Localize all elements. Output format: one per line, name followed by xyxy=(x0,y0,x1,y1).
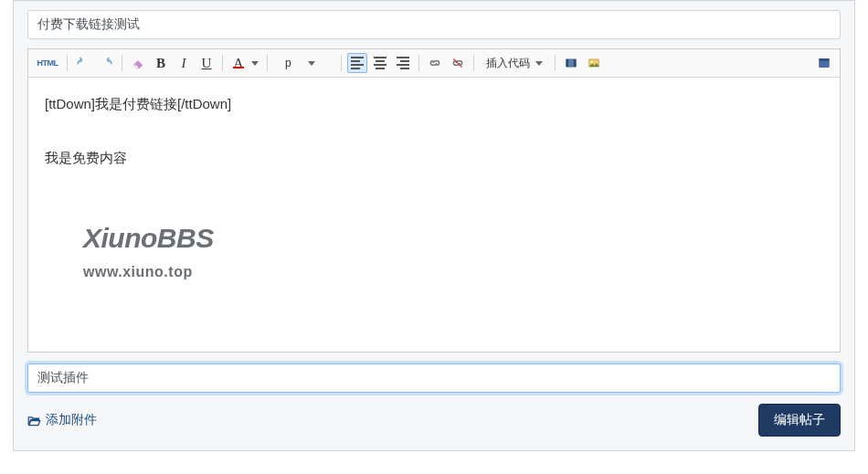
form-footer: 添加附件 编辑帖子 xyxy=(27,404,841,437)
chevron-down-icon xyxy=(535,61,543,66)
editor-content-area[interactable]: [ttDown]我是付费链接[/ttDown] 我是免费内容 XiunoBBS … xyxy=(28,78,840,352)
editor-blank-line xyxy=(45,120,823,143)
undo-button[interactable] xyxy=(73,53,93,73)
align-left-icon xyxy=(351,57,364,69)
fullscreen-icon xyxy=(818,57,831,69)
bold-button[interactable]: B xyxy=(151,53,171,73)
folder-open-icon xyxy=(27,415,41,427)
watermark-title: XiunoBBS xyxy=(83,215,214,261)
undo-icon xyxy=(77,57,90,69)
redo-button[interactable] xyxy=(96,53,116,73)
font-color-dropdown[interactable]: A xyxy=(228,53,261,73)
separator xyxy=(473,55,474,71)
post-edit-panel: HTML B I U A p xyxy=(13,0,855,451)
video-icon xyxy=(565,57,577,69)
italic-button[interactable]: I xyxy=(174,53,194,73)
underline-button[interactable]: U xyxy=(196,53,217,73)
rich-text-editor: HTML B I U A p xyxy=(27,48,841,353)
svg-rect-1 xyxy=(566,59,568,67)
insert-code-label: 插入代码 xyxy=(486,56,530,71)
redo-icon xyxy=(100,57,112,69)
editor-line: [ttDown]我是付费链接[/ttDown] xyxy=(45,92,823,116)
svg-rect-6 xyxy=(820,58,830,60)
align-center-button[interactable] xyxy=(370,53,390,73)
insert-code-select[interactable]: 插入代码 xyxy=(480,53,549,73)
font-color-caret[interactable] xyxy=(249,53,261,73)
source-html-button[interactable]: HTML xyxy=(34,53,61,73)
align-left-button[interactable] xyxy=(347,53,367,73)
unlink-icon xyxy=(451,57,464,69)
editor-toolbar: HTML B I U A p xyxy=(28,49,840,78)
submit-edit-button[interactable]: 编辑帖子 xyxy=(758,404,841,437)
title-row xyxy=(27,10,841,39)
add-attachment-link[interactable]: 添加附件 xyxy=(27,412,97,428)
insert-video-button[interactable] xyxy=(561,53,581,73)
svg-point-4 xyxy=(591,61,593,63)
tags-input[interactable] xyxy=(27,363,841,393)
insert-link-button[interactable] xyxy=(425,53,445,73)
fullscreen-button[interactable] xyxy=(814,53,834,73)
svg-rect-2 xyxy=(574,59,576,67)
watermark: XiunoBBS www.xiuno.top xyxy=(83,215,214,284)
separator xyxy=(341,55,342,71)
separator xyxy=(267,55,268,71)
font-color-button[interactable]: A xyxy=(228,53,249,73)
separator xyxy=(67,55,68,71)
chevron-down-icon xyxy=(308,61,315,66)
chevron-down-icon xyxy=(251,61,259,66)
eraser-icon xyxy=(132,57,144,69)
add-attachment-label: 添加附件 xyxy=(46,412,97,428)
separator xyxy=(222,55,223,71)
watermark-url: www.xiuno.top xyxy=(83,259,214,284)
post-title-input[interactable] xyxy=(27,10,841,39)
remove-format-button[interactable] xyxy=(128,53,148,73)
align-center-icon xyxy=(374,57,386,69)
remove-link-button[interactable] xyxy=(448,53,468,73)
paragraph-format-label: p xyxy=(285,57,291,69)
separator xyxy=(555,55,556,71)
insert-image-button[interactable] xyxy=(584,53,604,73)
link-icon xyxy=(429,57,441,69)
image-icon xyxy=(587,57,600,69)
separator xyxy=(122,55,122,71)
align-right-button[interactable] xyxy=(393,53,413,73)
separator xyxy=(418,55,419,71)
editor-line: 我是免费内容 xyxy=(45,146,823,170)
paragraph-format-select[interactable]: p xyxy=(273,53,335,73)
align-right-icon xyxy=(397,57,409,69)
